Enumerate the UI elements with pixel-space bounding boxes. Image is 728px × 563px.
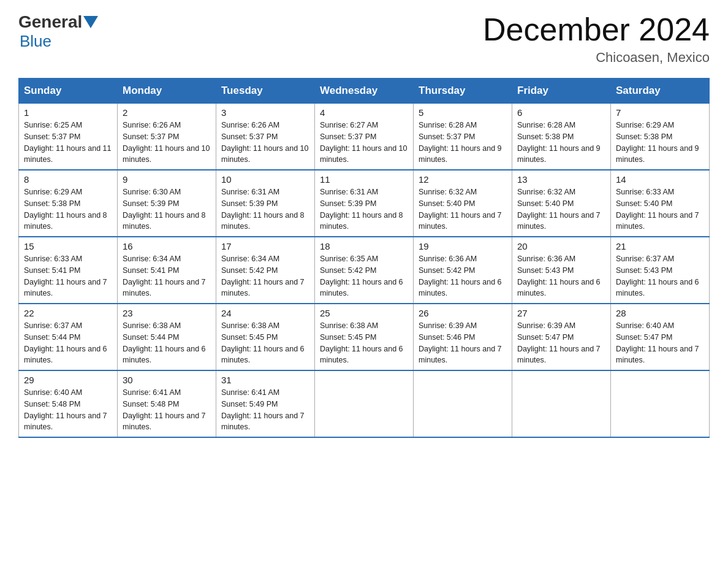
day-number: 11 <box>320 174 408 185</box>
day-number: 19 <box>419 241 507 251</box>
day-number: 24 <box>221 308 309 318</box>
day-info: Sunrise: 6:32 AMSunset: 5:40 PMDaylight:… <box>419 186 507 232</box>
day-number: 3 <box>221 107 309 118</box>
day-number: 1 <box>24 107 112 118</box>
day-number: 16 <box>123 241 211 251</box>
day-info: Sunrise: 6:31 AMSunset: 5:39 PMDaylight:… <box>221 186 309 232</box>
day-number: 12 <box>419 174 507 185</box>
calendar-cell: 24Sunrise: 6:38 AMSunset: 5:45 PMDayligh… <box>216 304 315 370</box>
calendar-header-row: SundayMondayTuesdayWednesdayThursdayFrid… <box>19 79 710 104</box>
day-number: 18 <box>320 241 408 251</box>
day-number: 26 <box>419 308 507 318</box>
calendar-cell: 14Sunrise: 6:33 AMSunset: 5:40 PMDayligh… <box>611 170 710 237</box>
calendar-cell: 7Sunrise: 6:29 AMSunset: 5:38 PMDaylight… <box>611 104 710 170</box>
day-info: Sunrise: 6:32 AMSunset: 5:40 PMDaylight:… <box>517 186 605 232</box>
week-row-1: 1Sunrise: 6:25 AMSunset: 5:37 PMDaylight… <box>19 104 710 170</box>
calendar-cell: 31Sunrise: 6:41 AMSunset: 5:49 PMDayligh… <box>216 370 315 437</box>
logo-general: General <box>18 12 82 32</box>
day-number: 14 <box>616 174 704 185</box>
day-number: 8 <box>24 174 112 185</box>
column-header-monday: Monday <box>118 79 216 104</box>
day-info: Sunrise: 6:39 AMSunset: 5:46 PMDaylight:… <box>419 320 507 366</box>
calendar-cell: 15Sunrise: 6:33 AMSunset: 5:41 PMDayligh… <box>19 237 118 304</box>
column-header-saturday: Saturday <box>611 79 710 104</box>
day-number: 31 <box>221 375 309 385</box>
day-number: 21 <box>616 241 704 251</box>
calendar-cell: 13Sunrise: 6:32 AMSunset: 5:40 PMDayligh… <box>512 170 611 237</box>
week-row-3: 15Sunrise: 6:33 AMSunset: 5:41 PMDayligh… <box>19 237 710 304</box>
day-number: 28 <box>616 308 704 318</box>
logo-triangle-icon <box>83 16 98 28</box>
day-info: Sunrise: 6:33 AMSunset: 5:40 PMDaylight:… <box>616 186 704 232</box>
day-info: Sunrise: 6:27 AMSunset: 5:37 PMDaylight:… <box>320 120 408 166</box>
location: Chicoasen, Mexico <box>483 50 710 66</box>
day-info: Sunrise: 6:40 AMSunset: 5:48 PMDaylight:… <box>24 387 112 433</box>
day-info: Sunrise: 6:28 AMSunset: 5:37 PMDaylight:… <box>419 120 507 166</box>
calendar-cell: 8Sunrise: 6:29 AMSunset: 5:38 PMDaylight… <box>19 170 118 237</box>
calendar-cell: 6Sunrise: 6:28 AMSunset: 5:38 PMDaylight… <box>512 104 611 170</box>
day-number: 29 <box>24 375 112 385</box>
day-info: Sunrise: 6:41 AMSunset: 5:49 PMDaylight:… <box>221 387 309 433</box>
calendar-table: SundayMondayTuesdayWednesdayThursdayFrid… <box>18 78 710 438</box>
calendar-cell: 19Sunrise: 6:36 AMSunset: 5:42 PMDayligh… <box>414 237 512 304</box>
title-block: December 2024 Chicoasen, Mexico <box>483 12 710 66</box>
week-row-4: 22Sunrise: 6:37 AMSunset: 5:44 PMDayligh… <box>19 304 710 370</box>
day-info: Sunrise: 6:40 AMSunset: 5:47 PMDaylight:… <box>616 320 704 366</box>
calendar-cell: 21Sunrise: 6:37 AMSunset: 5:43 PMDayligh… <box>611 237 710 304</box>
logo: General Blue <box>18 12 99 51</box>
day-number: 5 <box>419 107 507 118</box>
day-info: Sunrise: 6:36 AMSunset: 5:43 PMDaylight:… <box>517 253 605 299</box>
day-number: 9 <box>123 174 211 185</box>
day-info: Sunrise: 6:29 AMSunset: 5:38 PMDaylight:… <box>24 186 112 232</box>
calendar-cell: 3Sunrise: 6:26 AMSunset: 5:37 PMDaylight… <box>216 104 315 170</box>
calendar-cell: 26Sunrise: 6:39 AMSunset: 5:46 PMDayligh… <box>414 304 512 370</box>
logo-text: General <box>18 12 99 32</box>
day-info: Sunrise: 6:30 AMSunset: 5:39 PMDaylight:… <box>123 186 211 232</box>
day-info: Sunrise: 6:37 AMSunset: 5:44 PMDaylight:… <box>24 320 112 366</box>
day-number: 25 <box>320 308 408 318</box>
day-info: Sunrise: 6:25 AMSunset: 5:37 PMDaylight:… <box>24 120 112 166</box>
day-info: Sunrise: 6:31 AMSunset: 5:39 PMDaylight:… <box>320 186 408 232</box>
calendar-cell: 20Sunrise: 6:36 AMSunset: 5:43 PMDayligh… <box>512 237 611 304</box>
day-number: 17 <box>221 241 309 251</box>
calendar-cell: 11Sunrise: 6:31 AMSunset: 5:39 PMDayligh… <box>315 170 414 237</box>
day-number: 30 <box>123 375 211 385</box>
day-number: 27 <box>517 308 605 318</box>
calendar-cell: 5Sunrise: 6:28 AMSunset: 5:37 PMDaylight… <box>414 104 512 170</box>
calendar-cell: 28Sunrise: 6:40 AMSunset: 5:47 PMDayligh… <box>611 304 710 370</box>
column-header-tuesday: Tuesday <box>216 79 315 104</box>
day-info: Sunrise: 6:34 AMSunset: 5:42 PMDaylight:… <box>221 253 309 299</box>
page-header: General Blue December 2024 Chicoasen, Me… <box>18 12 710 66</box>
day-info: Sunrise: 6:38 AMSunset: 5:45 PMDaylight:… <box>320 320 408 366</box>
calendar-cell <box>512 370 611 437</box>
day-info: Sunrise: 6:26 AMSunset: 5:37 PMDaylight:… <box>221 120 309 166</box>
day-info: Sunrise: 6:29 AMSunset: 5:38 PMDaylight:… <box>616 120 704 166</box>
day-number: 4 <box>320 107 408 118</box>
day-info: Sunrise: 6:36 AMSunset: 5:42 PMDaylight:… <box>419 253 507 299</box>
calendar-cell <box>315 370 414 437</box>
column-header-thursday: Thursday <box>414 79 512 104</box>
day-info: Sunrise: 6:39 AMSunset: 5:47 PMDaylight:… <box>517 320 605 366</box>
day-number: 15 <box>24 241 112 251</box>
day-info: Sunrise: 6:33 AMSunset: 5:41 PMDaylight:… <box>24 253 112 299</box>
week-row-2: 8Sunrise: 6:29 AMSunset: 5:38 PMDaylight… <box>19 170 710 237</box>
day-info: Sunrise: 6:26 AMSunset: 5:37 PMDaylight:… <box>123 120 211 166</box>
day-info: Sunrise: 6:38 AMSunset: 5:44 PMDaylight:… <box>123 320 211 366</box>
calendar-cell <box>611 370 710 437</box>
column-header-sunday: Sunday <box>19 79 118 104</box>
calendar-cell: 30Sunrise: 6:41 AMSunset: 5:48 PMDayligh… <box>118 370 216 437</box>
calendar-cell: 27Sunrise: 6:39 AMSunset: 5:47 PMDayligh… <box>512 304 611 370</box>
column-header-friday: Friday <box>512 79 611 104</box>
calendar-cell: 23Sunrise: 6:38 AMSunset: 5:44 PMDayligh… <box>118 304 216 370</box>
calendar-cell: 25Sunrise: 6:38 AMSunset: 5:45 PMDayligh… <box>315 304 414 370</box>
calendar-cell: 12Sunrise: 6:32 AMSunset: 5:40 PMDayligh… <box>414 170 512 237</box>
calendar-cell: 4Sunrise: 6:27 AMSunset: 5:37 PMDaylight… <box>315 104 414 170</box>
calendar-cell: 2Sunrise: 6:26 AMSunset: 5:37 PMDaylight… <box>118 104 216 170</box>
calendar-cell: 29Sunrise: 6:40 AMSunset: 5:48 PMDayligh… <box>19 370 118 437</box>
day-info: Sunrise: 6:38 AMSunset: 5:45 PMDaylight:… <box>221 320 309 366</box>
day-number: 7 <box>616 107 704 118</box>
calendar-cell <box>414 370 512 437</box>
calendar-cell: 10Sunrise: 6:31 AMSunset: 5:39 PMDayligh… <box>216 170 315 237</box>
day-number: 13 <box>517 174 605 185</box>
day-info: Sunrise: 6:34 AMSunset: 5:41 PMDaylight:… <box>123 253 211 299</box>
